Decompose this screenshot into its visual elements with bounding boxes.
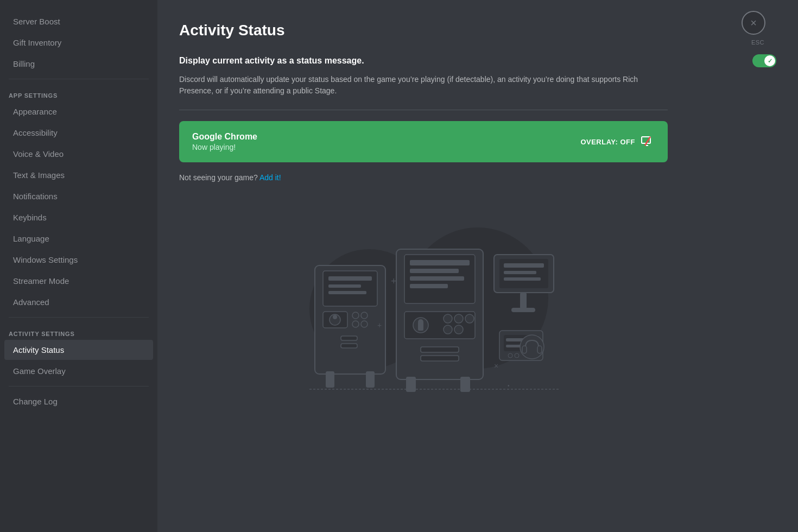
svg-rect-9 [328, 284, 361, 288]
svg-text:+: + [391, 276, 397, 287]
svg-point-17 [361, 321, 368, 327]
svg-rect-24 [410, 260, 470, 265]
svg-point-35 [444, 325, 452, 334]
svg-line-1 [645, 137, 650, 145]
sidebar-item-keybinds[interactable]: Keybinds [4, 207, 153, 227]
sidebar-item-billing[interactable]: Billing [4, 54, 153, 74]
sidebar-item-language[interactable]: Language [4, 229, 153, 249]
svg-text:+: + [377, 321, 382, 330]
svg-rect-55 [522, 346, 527, 353]
esc-label: ESC [751, 39, 764, 46]
svg-rect-8 [328, 276, 372, 281]
arcade-illustration: + + × • [179, 195, 668, 401]
activity-toggle-row: Display current activity as a status mes… [179, 54, 776, 67]
game-name: Google Chrome [192, 132, 257, 142]
svg-rect-56 [537, 346, 542, 353]
sidebar-item-accessibility[interactable]: Accessibility [4, 123, 153, 143]
svg-rect-40 [460, 377, 470, 392]
svg-point-34 [465, 314, 474, 323]
sidebar-item-voice-video[interactable]: Voice & Video [4, 144, 153, 164]
game-info: Google Chrome Now playing! [192, 132, 257, 151]
sidebar-item-activity-status[interactable]: Activity Status [4, 340, 153, 360]
sidebar-item-appearance[interactable]: Appearance [4, 102, 153, 122]
sidebar: Server Boost Gift Inventory Billing APP … [0, 0, 157, 532]
svg-point-52 [508, 353, 512, 358]
close-icon: × [750, 17, 757, 29]
game-status: Now playing! [192, 143, 257, 151]
activity-settings-section-label: ACTIVITY SETTINGS [0, 322, 157, 339]
sidebar-item-notifications[interactable]: Notifications [4, 186, 153, 206]
svg-rect-45 [504, 277, 541, 281]
svg-point-32 [444, 314, 452, 323]
page-title: Activity Status [179, 22, 776, 39]
sidebar-item-advanced[interactable]: Advanced [4, 292, 153, 312]
toggle-label: Display current activity as a status mes… [179, 56, 364, 66]
activity-status-toggle[interactable]: ✓ [752, 54, 776, 67]
not-seeing-game-text: Not seeing your game? Add it! [179, 173, 776, 182]
svg-rect-20 [326, 371, 334, 388]
sidebar-item-windows-settings[interactable]: Windows Settings [4, 250, 153, 270]
svg-rect-37 [421, 347, 459, 352]
svg-rect-25 [410, 269, 459, 273]
svg-text:×: × [494, 362, 498, 370]
svg-rect-47 [511, 308, 535, 312]
divider-2 [9, 317, 149, 318]
svg-rect-39 [406, 377, 416, 392]
app-settings-section-label: APP SETTINGS [0, 84, 157, 101]
sidebar-item-gift-inventory[interactable]: Gift Inventory [4, 33, 153, 53]
svg-rect-27 [410, 284, 448, 288]
svg-point-13 [333, 315, 337, 319]
svg-rect-21 [366, 371, 375, 388]
svg-point-15 [361, 312, 368, 319]
toggle-knob: ✓ [764, 55, 775, 66]
svg-point-33 [454, 314, 463, 323]
add-it-link[interactable]: Add it! [259, 173, 281, 182]
close-button[interactable]: × [742, 11, 765, 35]
overlay-icon [639, 134, 655, 149]
section-divider [179, 110, 668, 110]
svg-rect-18 [341, 336, 357, 340]
svg-point-14 [352, 312, 359, 319]
main-content: × ESC Activity Status Display current ac… [157, 0, 798, 532]
svg-rect-19 [341, 344, 357, 348]
svg-rect-38 [421, 356, 459, 361]
game-card: Google Chrome Now playing! OVERLAY: OFF [179, 121, 668, 162]
svg-point-36 [454, 325, 463, 334]
overlay-label: OVERLAY: OFF [580, 138, 635, 146]
svg-point-53 [515, 353, 519, 358]
sidebar-item-streamer-mode[interactable]: Streamer Mode [4, 271, 153, 291]
svg-rect-44 [504, 271, 536, 274]
activity-description: Discord will automatically update your s… [179, 74, 646, 97]
svg-point-16 [352, 321, 359, 327]
sidebar-item-server-boost[interactable]: Server Boost [4, 11, 153, 31]
overlay-badge: OVERLAY: OFF [580, 134, 655, 149]
svg-rect-43 [504, 263, 544, 268]
svg-rect-31 [418, 322, 423, 331]
svg-rect-10 [328, 291, 366, 294]
sidebar-item-game-overlay[interactable]: Game Overlay [4, 361, 153, 381]
divider-3 [9, 386, 149, 387]
sidebar-item-change-log[interactable]: Change Log [4, 391, 153, 411]
svg-rect-7 [323, 271, 377, 306]
checkmark-icon: ✓ [768, 58, 772, 65]
svg-rect-46 [520, 293, 527, 309]
divider-1 [9, 79, 149, 79]
sidebar-item-text-images[interactable]: Text & Images [4, 165, 153, 185]
svg-text:•: • [508, 383, 510, 389]
svg-rect-26 [410, 276, 464, 281]
